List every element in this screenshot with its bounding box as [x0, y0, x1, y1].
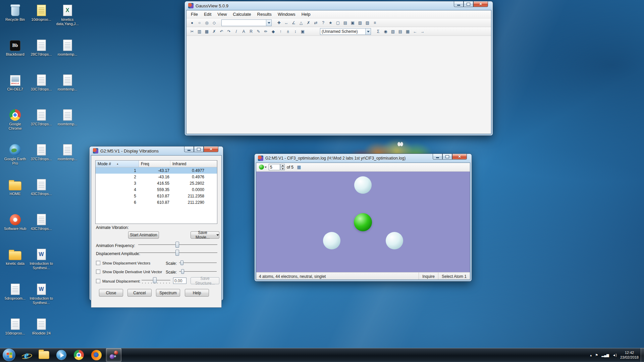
- dipole-scale-slider[interactable]: [179, 268, 217, 275]
- ring-fragment-icon[interactable]: ○: [196, 19, 203, 26]
- close-button[interactable]: [204, 146, 218, 152]
- desktop-icon[interactable]: roomtemp...: [54, 38, 80, 72]
- inquire-icon[interactable]: ?: [320, 19, 327, 26]
- table-row[interactable]: 4 559.35 0.0000: [96, 186, 217, 193]
- desktop-icon[interactable]: 10droproo...: [2, 316, 28, 351]
- slider-thumb[interactable]: [175, 242, 179, 248]
- manual-displacement-value[interactable]: [173, 278, 186, 284]
- animation-frequency-slider[interactable]: [138, 241, 217, 248]
- vectors-scale-slider[interactable]: [179, 259, 217, 266]
- paste-icon[interactable]: ▩: [203, 28, 210, 35]
- atom-selection-icon[interactable]: ◉: [382, 28, 389, 35]
- column-header-infrared[interactable]: Infrared: [170, 161, 217, 167]
- fluorine-atom[interactable]: [323, 232, 340, 249]
- copy-icon[interactable]: ▥: [196, 28, 203, 35]
- add-fragment-icon[interactable]: ✚: [275, 19, 282, 26]
- save-movie-button[interactable]: Save Movie...: [191, 231, 219, 239]
- chevron-down-icon[interactable]: [365, 28, 371, 35]
- spinner-up-button[interactable]: [280, 164, 285, 167]
- maximize-button[interactable]: [194, 146, 204, 152]
- desktop-icon[interactable]: 28C7drops...: [28, 38, 54, 72]
- media-player-taskbar-icon[interactable]: [54, 348, 69, 362]
- show-displacement-vectors-checkbox[interactable]: [96, 261, 100, 265]
- highlight-icon[interactable]: ✏: [262, 28, 269, 35]
- spectrum-button[interactable]: Spectrum: [156, 289, 180, 297]
- desktop-icon[interactable]: kinetics data,Yang,J...: [54, 3, 80, 38]
- desktop-icon[interactable]: CH-OEL7: [2, 72, 28, 107]
- desktop-icon[interactable]: HOME: [2, 177, 28, 212]
- measure-angle-icon[interactable]: ∠: [290, 19, 297, 26]
- desktop-icon[interactable]: 37C7drops...: [28, 142, 54, 177]
- desktop-icon[interactable]: 43C7drops...: [28, 212, 54, 247]
- start-animation-button[interactable]: Start Animation: [128, 231, 159, 239]
- slider-thumb[interactable]: [180, 260, 183, 265]
- delete-icon[interactable]: ✗: [211, 28, 218, 35]
- builder-settings-icon[interactable]: ▣: [299, 28, 306, 35]
- minimize-button[interactable]: [433, 154, 442, 160]
- open-file-icon[interactable]: ▤: [342, 19, 349, 26]
- table-row[interactable]: 5 610.87 211.2358: [96, 193, 217, 199]
- menu-item[interactable]: Edit: [201, 11, 214, 18]
- slider-thumb[interactable]: [175, 250, 179, 256]
- table-row[interactable]: 1 -43.17 0.4977: [96, 167, 217, 174]
- network-tray-icon[interactable]: ▂▄▆: [601, 353, 609, 357]
- action-center-flag-icon[interactable]: ⚑: [595, 353, 598, 357]
- fragment-combo[interactable]: [221, 19, 272, 26]
- displacement-amplitude-slider[interactable]: [138, 249, 217, 256]
- desktop-icon[interactable]: 5droproom...: [2, 282, 28, 316]
- menu-item[interactable]: File: [188, 11, 201, 18]
- close-button[interactable]: [473, 1, 488, 7]
- column-header-freq[interactable]: Freq: [139, 161, 170, 167]
- minimize-button[interactable]: [184, 146, 194, 152]
- manual-displacement-checkbox[interactable]: [96, 279, 100, 283]
- desktop-icon[interactable]: 10droproo...: [28, 3, 54, 38]
- desktop-icon[interactable]: IRiodide 24: [28, 316, 54, 351]
- chevron-down-icon[interactable]: [266, 20, 271, 26]
- group-fragment-icon[interactable]: ◎: [203, 19, 210, 26]
- volume-tray-icon[interactable]: ◄): [612, 353, 617, 357]
- desktop-icon[interactable]: roomtemp...: [54, 72, 80, 107]
- delete-atom-icon[interactable]: ✗: [305, 19, 312, 26]
- charge-icon[interactable]: ±: [284, 28, 291, 35]
- print-icon[interactable]: ▨: [364, 19, 371, 26]
- view-list-icon[interactable]: ≡: [371, 19, 378, 26]
- windows-explorer-taskbar-icon[interactable]: [36, 348, 52, 362]
- save-file-icon[interactable]: ▣: [349, 19, 356, 26]
- rgroup-palette-icon[interactable]: R: [248, 28, 255, 35]
- measure-dihedral-icon[interactable]: △: [298, 19, 305, 26]
- tile-windows-icon[interactable]: ▦: [404, 28, 411, 35]
- menu-item[interactable]: View: [214, 11, 230, 18]
- annotate-icon[interactable]: ✎: [255, 28, 262, 35]
- desktop-icon[interactable]: roomtemp...: [54, 142, 80, 177]
- minimize-button[interactable]: [454, 1, 464, 7]
- invert-selection-icon[interactable]: ⇄: [312, 19, 319, 26]
- clean-structure-icon[interactable]: ★: [327, 19, 334, 26]
- display-format-icon[interactable]: ▧: [389, 28, 396, 35]
- gaussview-titlebar[interactable]: GaussView 5.0.9: [186, 1, 491, 10]
- show-dipole-derivative-checkbox[interactable]: [96, 269, 100, 274]
- menu-item[interactable]: Windows: [275, 11, 299, 18]
- undo-icon[interactable]: ↶: [218, 28, 225, 35]
- table-row[interactable]: 6 610.87 211.2290: [96, 199, 217, 205]
- atom-type-button[interactable]: [259, 164, 267, 170]
- add-bond-icon[interactable]: /: [233, 28, 240, 35]
- desktop-icon[interactable]: Google Chrome: [2, 107, 28, 142]
- help-button[interactable]: Help: [185, 289, 209, 297]
- element-palette-icon[interactable]: A: [240, 28, 247, 35]
- desktop-icon[interactable]: roomtemp...: [54, 107, 80, 142]
- symmetry-icon[interactable]: ◆: [270, 28, 277, 35]
- desktop-icon[interactable]: Blackboard: [2, 38, 28, 72]
- maximize-button[interactable]: [464, 1, 473, 7]
- desktop-icon[interactable]: Introduction to Synthesi...: [28, 282, 54, 316]
- close-dialog-button[interactable]: Close: [99, 289, 123, 297]
- calculate-setup-icon[interactable]: Σ: [375, 28, 382, 35]
- vibrations-titlebar[interactable]: G2:M5:V1 - Display Vibrations: [91, 146, 222, 155]
- slider-thumb[interactable]: [153, 277, 157, 283]
- spinner-down-button[interactable]: [280, 167, 285, 170]
- slider-thumb[interactable]: [181, 269, 184, 274]
- table-row[interactable]: 2 -43.16 0.4976: [96, 174, 217, 180]
- hidden-icons-chevron[interactable]: ▴: [590, 353, 592, 357]
- show-desktop-button[interactable]: [641, 348, 644, 362]
- desktop-icon[interactable]: kinetic data: [2, 247, 28, 282]
- maximize-button[interactable]: [442, 154, 452, 160]
